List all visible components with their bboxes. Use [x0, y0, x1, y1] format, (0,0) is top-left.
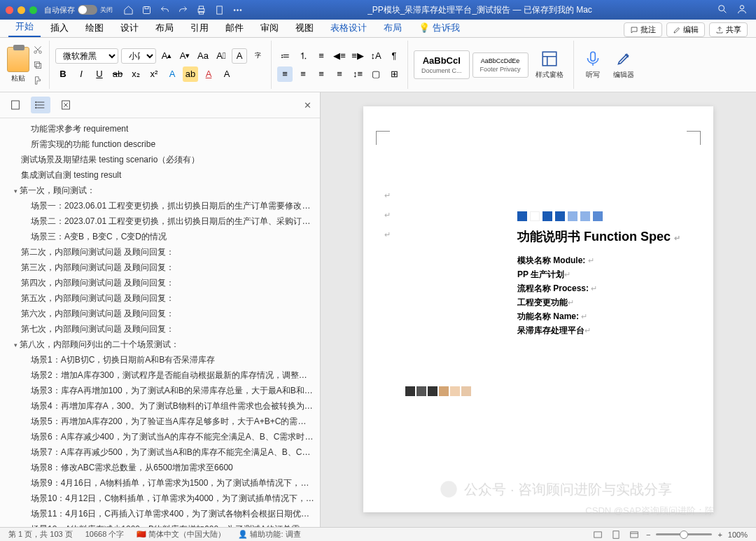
zoom-percent[interactable]: 100%: [728, 531, 748, 539]
copy-icon[interactable]: [32, 59, 43, 71]
more-icon[interactable]: [232, 4, 243, 15]
maximize-window-button[interactable]: [29, 6, 37, 14]
multilevel-icon[interactable]: ≡: [314, 48, 329, 64]
user-share-icon[interactable]: [736, 3, 748, 17]
outline-item[interactable]: 测试场景及期望结果 testing scenario（必须有）: [0, 152, 320, 167]
search-icon[interactable]: [717, 3, 728, 17]
tab-draw[interactable]: 绘图: [78, 19, 111, 37]
outline-item[interactable]: 场景8：修改ABC需求总数量，从6500增加需求至6600: [0, 460, 320, 475]
new-doc-icon[interactable]: [214, 4, 225, 15]
close-pane-button[interactable]: ✕: [301, 100, 314, 111]
cut-icon[interactable]: [32, 44, 43, 55]
thumbnails-tab[interactable]: [6, 97, 25, 113]
outline-item[interactable]: 场景三：A变B，B变C，C变D的情况: [0, 229, 320, 244]
outline-item[interactable]: 场景5：再增加A库存200，为了验证当A库存足够多时，大于A+B+C的需求时，: [0, 414, 320, 429]
web-layout-icon[interactable]: [628, 529, 640, 540]
bold-button[interactable]: B: [55, 66, 71, 82]
indent-icon[interactable]: ≡▶: [350, 48, 365, 64]
home-icon[interactable]: [122, 4, 134, 15]
outline-item[interactable]: 场景二：2023.07.01 工程变更切换，抓出切换日期后的生产订单、采购订单需…: [0, 213, 320, 229]
tab-references[interactable]: 引用: [183, 19, 216, 37]
style-item[interactable]: AaBbCcDdEe Footer Privacy: [472, 52, 528, 78]
tab-view[interactable]: 视图: [288, 19, 321, 37]
bullets-icon[interactable]: ≔: [277, 48, 293, 64]
borders-icon[interactable]: ⊞: [386, 66, 402, 82]
outline-item[interactable]: 场景7：A库存再减少500，为了测试当A和B的库存不能完全满足A、B、C需求: [0, 444, 320, 460]
outline-item[interactable]: 场景10：4月12日，C物料插单，订单需求为4000，为了测试插单情况下，执行: [0, 491, 320, 506]
edit-outline-tab[interactable]: [56, 97, 76, 113]
outline-tab[interactable]: [31, 97, 50, 113]
outline-item[interactable]: 场景9：4月16日，A物料插单，订单需求为1500，为了测试插单情况下，执行平: [0, 475, 320, 491]
word-count[interactable]: 10668 个字: [85, 529, 125, 540]
style-item[interactable]: AaBbCcI Document C...: [414, 50, 470, 79]
page-indicator[interactable]: 第 1 页，共 103 页: [8, 529, 73, 540]
strike-button[interactable]: ab: [110, 66, 125, 82]
numbering-icon[interactable]: ⒈: [295, 48, 311, 64]
focus-view-icon[interactable]: [592, 529, 604, 540]
editor-button[interactable]: 编辑器: [609, 50, 638, 80]
outline-item[interactable]: 第八次，内部顾问列出的二十个场景测试：: [0, 337, 320, 352]
tab-table-layout[interactable]: 布局: [377, 19, 409, 37]
paste-button[interactable]: 粘贴: [7, 47, 29, 83]
outline-item[interactable]: 场景一：2023.06.01 工程变更切换，抓出切换日期后的生产订单需要修改为呆…: [0, 198, 320, 213]
align-center-icon[interactable]: ≡: [295, 66, 311, 82]
outline-item[interactable]: 场景12：A物料库存减少1000，B物料库存增加600，为了测试A的订单需求会挪: [0, 521, 320, 527]
comments-button[interactable]: 批注: [624, 22, 662, 37]
line-spacing-icon[interactable]: ↕≡: [350, 66, 365, 82]
tab-tellme[interactable]: 💡 告诉我: [412, 19, 467, 37]
shading-icon[interactable]: ▢: [368, 66, 384, 82]
outline-item[interactable]: 第六次，内部顾问测试问题 及顾问回复：: [0, 306, 320, 321]
outline-item[interactable]: 所需实现的功能 function describe: [0, 136, 320, 152]
change-case-icon[interactable]: Aa: [195, 48, 211, 64]
increase-font-icon[interactable]: A▴: [159, 48, 174, 64]
text-effects-icon[interactable]: A: [164, 66, 180, 82]
decrease-font-icon[interactable]: A▾: [177, 48, 192, 64]
print-icon[interactable]: [195, 4, 206, 15]
document-canvas[interactable]: ↵ ↵ ↵ 功能说明书 Function Spec ↵ 模块名称 Module:…: [321, 92, 756, 527]
char-border-icon[interactable]: A: [232, 48, 247, 64]
language-indicator[interactable]: 🇨🇳 简体中文（中国大陆）: [136, 529, 225, 540]
align-right-icon[interactable]: ≡: [314, 66, 329, 82]
tab-insert[interactable]: 插入: [43, 19, 76, 37]
share-button[interactable]: 共享: [709, 22, 748, 37]
align-left-icon[interactable]: ≡: [277, 66, 293, 82]
show-marks-icon[interactable]: ¶: [386, 48, 402, 64]
outline-item[interactable]: 第五次，内部顾问测试问题 及顾问回复：: [0, 290, 320, 306]
outline-item[interactable]: 场景11：4月16日，C再插入订单需求400，为了测试各物料会根据日期优先级，: [0, 506, 320, 521]
edit-button[interactable]: 编辑: [666, 22, 705, 37]
outline-item[interactable]: 第二次，内部顾问测试问题 及顾问回复：: [0, 244, 320, 260]
zoom-slider[interactable]: [656, 533, 712, 535]
format-painter-icon[interactable]: [32, 75, 43, 86]
outline-item[interactable]: 场景1：A切B切C，切换日期前A和B有否呆滞库存: [0, 352, 320, 367]
underline-button[interactable]: U: [92, 66, 107, 82]
outline-item[interactable]: 第四次，内部顾问测试问题 及顾问回复：: [0, 275, 320, 290]
outline-item[interactable]: 场景4：再增加库存A，300。为了测试B物料的订单组件需求也会被转换为使用A: [0, 398, 320, 414]
close-window-button[interactable]: [6, 6, 13, 14]
outline-item[interactable]: 场景2：增加A库存300，测试程序是否能自动根据最新的库存情况，调整订单组: [0, 367, 320, 383]
print-layout-icon[interactable]: [610, 529, 622, 540]
save-icon[interactable]: [141, 4, 152, 15]
font-size-select[interactable]: 小四: [121, 48, 156, 64]
outline-item[interactable]: 第三次，内部顾问测试问题 及顾问回复：: [0, 260, 320, 275]
justify-icon[interactable]: ≡: [332, 66, 347, 82]
minimize-window-button[interactable]: [18, 6, 25, 14]
autosave-toggle[interactable]: 自动保存 关闭: [44, 5, 113, 15]
styles-pane-button[interactable]: 样式窗格: [531, 50, 568, 80]
outline-item[interactable]: 场景3：库存A再增加100，为了测试A和B的呆滞库存总量，大于最A和B和C的: [0, 383, 320, 398]
outline-item[interactable]: 场景6：A库存减少400，为了测试当A的库存不能完全满足A、B、C需求时，系: [0, 429, 320, 444]
dictate-button[interactable]: 听写: [580, 50, 606, 80]
tab-home[interactable]: 开始: [8, 17, 41, 37]
outline-item[interactable]: 功能需求参考 requirement: [0, 121, 320, 136]
tab-table-design[interactable]: 表格设计: [323, 19, 374, 37]
tab-review[interactable]: 审阅: [253, 19, 286, 37]
font-name-select[interactable]: 微软雅黑: [55, 48, 118, 64]
outline-item[interactable]: 第一次，顾问测试：: [0, 183, 320, 198]
subscript-button[interactable]: x₂: [128, 66, 144, 82]
font-color-icon[interactable]: A: [201, 66, 216, 82]
char-shading-icon[interactable]: A: [219, 66, 234, 82]
tab-mailings[interactable]: 邮件: [218, 19, 251, 37]
outline-item[interactable]: 第七次，内部顾问测试问题 及顾问回复：: [0, 321, 320, 337]
italic-button[interactable]: I: [74, 66, 89, 82]
accessibility-check[interactable]: 👤 辅助功能: 调查: [238, 529, 300, 540]
zoom-in-button[interactable]: +: [718, 531, 722, 539]
